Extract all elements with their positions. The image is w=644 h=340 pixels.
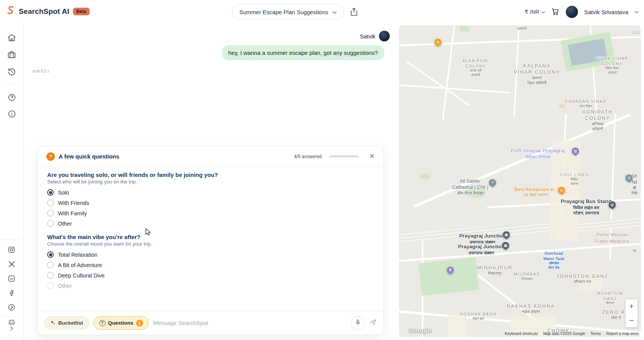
- radio-option-label: Solo: [58, 190, 69, 196]
- briefcase-icon: [7, 50, 16, 59]
- radio-button[interactable]: [47, 189, 54, 196]
- question-block: What's the main vibe you're after?Choose…: [47, 234, 374, 291]
- map-pin-restaurant[interactable]: ⋔: [558, 186, 566, 194]
- map-pin-train[interactable]: ▣: [502, 241, 510, 249]
- facebook-icon[interactable]: [8, 289, 16, 297]
- zoom-in-button[interactable]: +: [626, 299, 637, 313]
- brand[interactable]: SearchSpot AI Beta: [6, 5, 90, 18]
- radio-button[interactable]: [47, 251, 54, 258]
- composer-bar: Bucketlist ? Questions 1: [38, 311, 383, 335]
- google-logo[interactable]: Google: [408, 327, 432, 335]
- share-icon: [350, 8, 358, 17]
- user-name: Satvik Srivastava: [584, 9, 628, 15]
- share-button[interactable]: [348, 7, 360, 18]
- map-pin-church[interactable]: ✝: [489, 178, 497, 187]
- radio-button[interactable]: [47, 210, 54, 216]
- radio-option[interactable]: Total Relaxation: [47, 249, 374, 260]
- chevron-down-icon[interactable]: [634, 8, 639, 15]
- beta-badge: Beta: [73, 8, 90, 15]
- map-label: CHANDAN VIHARचंदन विहार: [565, 99, 606, 109]
- send-button[interactable]: [369, 319, 377, 327]
- radio-button[interactable]: [47, 272, 54, 279]
- road-line: [399, 84, 510, 93]
- road-line: [442, 25, 455, 121]
- radio-option-label: Other: [58, 283, 72, 289]
- attribution-link[interactable]: Report a map error: [606, 332, 639, 336]
- questions-card-title: A few quick questions: [59, 153, 290, 160]
- pinterest-icon[interactable]: [7, 303, 16, 312]
- radio-option[interactable]: With Family: [47, 208, 374, 218]
- radio-option-label: Deep Cultural Dive: [58, 272, 105, 279]
- attribution-link[interactable]: Keyboard shortcuts: [505, 332, 538, 336]
- expand-sidebar-button[interactable]: [8, 325, 15, 332]
- radio-option[interactable]: With Friends: [47, 198, 374, 208]
- radio-option[interactable]: Deep Cultural Dive: [47, 270, 374, 281]
- road-line: [399, 243, 641, 262]
- radio-option-label: Total Relaxation: [58, 252, 97, 258]
- map-label: नेह: [632, 249, 636, 253]
- map-attribution: Keyboard shortcutsMap data ©2026 GoogleT…: [505, 332, 639, 336]
- map-panel[interactable]: कॉलोनीRestaurant Andt Restaurant...एलीमे…: [399, 25, 641, 337]
- mic-button[interactable]: [351, 316, 365, 330]
- radio-option-label: A Bit of Adventure: [58, 262, 102, 268]
- radio-button[interactable]: [47, 200, 54, 206]
- map-pin-bus[interactable]: ◍: [608, 201, 616, 209]
- currency-selector[interactable]: ₹ INR: [525, 9, 545, 15]
- map-label: All Saints'Cathedral ( CNI )ऑल सेंट्स कै…: [452, 178, 488, 196]
- sidebar-nav: [0, 24, 23, 119]
- map-pin-movie[interactable]: ▥: [572, 147, 580, 155]
- app-root: SearchSpot AI Beta Summer Escape Plan Su…: [0, 0, 644, 340]
- map-pin-fort[interactable]: ♜: [446, 266, 455, 274]
- radio-option[interactable]: Other: [47, 218, 374, 229]
- questions-count-badge: 1: [136, 320, 143, 327]
- bucketlist-button[interactable]: Bucketlist: [44, 316, 89, 330]
- zoom-out-button[interactable]: −: [626, 314, 637, 327]
- radio-option[interactable]: A Bit of Adventure: [47, 260, 374, 270]
- map-pin-restaurant[interactable]: ⋔: [434, 38, 442, 46]
- park-area: [420, 173, 430, 179]
- message-input[interactable]: [153, 320, 346, 326]
- questions-label: Questions: [108, 320, 133, 326]
- map-label: Prime MinisterPublic Medicine: [595, 232, 629, 245]
- svg-text:in: in: [10, 277, 13, 281]
- radio-button[interactable]: [47, 282, 54, 289]
- currency-code: INR: [530, 9, 539, 15]
- sidebar-item-help[interactable]: [7, 93, 16, 102]
- x-twitter-icon[interactable]: [8, 260, 16, 268]
- microphone-icon: [355, 319, 361, 327]
- questions-card: ? A few quick questions 4/5 answered ✕ A…: [38, 146, 384, 335]
- attribution-link[interactable]: Map data ©2026 Google: [543, 332, 585, 336]
- help-icon: [7, 93, 16, 102]
- close-questions-button[interactable]: ✕: [369, 153, 375, 160]
- building-highlight: [559, 104, 565, 108]
- sidebar-item-trips[interactable]: [7, 50, 16, 59]
- map-label: ROSHAN BAGHरोशन बाग: [460, 312, 496, 321]
- conversation-selector[interactable]: Summer Escape Plan Suggestions: [232, 4, 344, 20]
- close-icon: ✕: [369, 153, 375, 160]
- top-bar: SearchSpot AI Beta Summer Escape Plan Su…: [0, 0, 644, 24]
- rupee-icon: ₹: [525, 9, 528, 15]
- radio-option[interactable]: Other: [47, 281, 374, 291]
- map-label: MINHAJPURमिन्हाजपुर: [477, 265, 513, 276]
- attribution-link[interactable]: Terms: [590, 332, 601, 336]
- map-label: OverheadWater Tankओवरहेडवॉटर टैंक: [543, 251, 564, 270]
- cart-button[interactable]: [551, 7, 560, 17]
- radio-button[interactable]: [47, 262, 54, 268]
- map-label: ALKA PURICOLONYअल्का पुरीकॉलोनी: [463, 58, 489, 78]
- user-avatar[interactable]: [566, 6, 578, 18]
- road-line: [406, 61, 470, 106]
- questions-card-header: ? A few quick questions 4/5 answered ✕: [38, 146, 383, 167]
- sidebar-item-home[interactable]: [7, 33, 16, 43]
- map-label: CIVIL LINESसिविललाइन्स: [560, 172, 589, 187]
- sidebar-item-info[interactable]: [7, 109, 16, 119]
- linkedin-icon[interactable]: in: [7, 274, 16, 283]
- sidebar-item-history[interactable]: [7, 67, 16, 76]
- instagram-icon[interactable]: [7, 246, 16, 254]
- brand-title: SearchSpot AI: [19, 7, 69, 16]
- radio-button[interactable]: [47, 220, 54, 227]
- map-pin-om[interactable]: ॐ: [625, 174, 633, 182]
- map-label: PVR Vinayak Prayagrajपीवीआर विनायक: [511, 147, 565, 160]
- radio-option[interactable]: Solo: [47, 187, 374, 198]
- questions-button[interactable]: ? Questions 1: [94, 316, 149, 330]
- map-pin-train[interactable]: ▣: [502, 231, 511, 239]
